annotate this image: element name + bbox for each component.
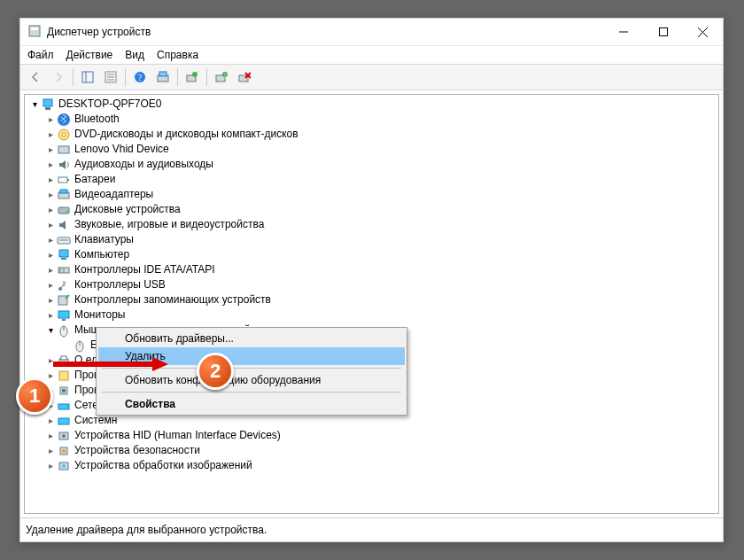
- svg-rect-15: [159, 72, 167, 76]
- expand-arrow-icon[interactable]: ▸: [44, 443, 57, 458]
- expand-arrow-icon[interactable]: ▸: [44, 127, 57, 142]
- tree-item-10[interactable]: ▸Контроллеры IDE ATA/ATAPI: [25, 262, 718, 277]
- context-menu-item-0[interactable]: Обновить драйверы...: [98, 330, 405, 347]
- toolbar-properties-button[interactable]: [99, 66, 122, 88]
- toolbar: ? ↑: [20, 64, 723, 90]
- mouse-icon: [57, 323, 71, 338]
- svg-point-60: [62, 434, 66, 438]
- expand-arrow-icon[interactable]: ▸: [44, 202, 57, 217]
- expand-arrow-icon[interactable]: ▸: [44, 307, 57, 323]
- bt-icon: [57, 113, 71, 127]
- svg-point-62: [62, 449, 66, 453]
- menu-action[interactable]: Действие: [66, 49, 113, 61]
- tree-item-label: Видеоадаптеры: [74, 187, 153, 202]
- tree-item-4[interactable]: ▸Батареи: [25, 172, 718, 187]
- svg-rect-0: [29, 26, 40, 36]
- tree-item-label: Звуковые, игровые и видеоустройства: [74, 217, 264, 232]
- sys-icon: [57, 414, 71, 428]
- expand-arrow-icon[interactable]: ▾: [28, 97, 41, 112]
- menu-help[interactable]: Справка: [157, 49, 198, 61]
- disk-icon: [57, 203, 71, 217]
- toolbar-update-button[interactable]: [181, 66, 204, 88]
- svg-rect-31: [67, 179, 69, 181]
- expand-arrow-icon[interactable]: ▸: [44, 142, 57, 157]
- tree-item-22[interactable]: ▸Устройства обработки изображений: [25, 458, 718, 473]
- maximize-button[interactable]: [643, 19, 683, 45]
- expand-arrow-icon[interactable]: ▸: [44, 157, 57, 172]
- toolbar-uninstall-button[interactable]: ↑: [210, 66, 233, 88]
- tree-item-21[interactable]: ▸Устройства безопасности: [25, 443, 718, 458]
- expand-arrow-icon[interactable]: ▸: [44, 383, 57, 398]
- status-bar: Удаление драйвера для выбранного устройс…: [20, 517, 723, 541]
- tree-item-1[interactable]: ▸DVD-дисководы и дисководы компакт-диско…: [25, 127, 718, 142]
- expand-arrow-icon[interactable]: ▸: [44, 187, 57, 202]
- expand-arrow-icon[interactable]: ▸: [44, 368, 57, 383]
- expand-arrow-icon[interactable]: ▸: [44, 413, 57, 428]
- gpu-icon: [57, 188, 71, 202]
- tree-item-label: Дисковые устройства: [74, 202, 181, 217]
- menubar: Файл Действие Вид Справка: [20, 45, 723, 64]
- menu-view[interactable]: Вид: [125, 49, 144, 61]
- expand-arrow-icon[interactable]: ▸: [44, 112, 57, 127]
- expand-arrow-icon[interactable]: ▸: [44, 458, 57, 473]
- tree-item-3[interactable]: ▸Аудиовходы и аудиовыходы: [25, 157, 718, 172]
- toolbar-back-button[interactable]: [24, 66, 47, 88]
- context-menu-item-5[interactable]: Свойства: [98, 395, 405, 413]
- tree-item-0[interactable]: ▸Bluetooth: [25, 112, 718, 127]
- bat-icon: [57, 173, 71, 187]
- expand-arrow-icon[interactable]: ▾: [44, 323, 57, 338]
- expand-arrow-icon[interactable]: ▸: [44, 277, 57, 292]
- tree-root[interactable]: ▾DESKTOP-QPF7OE0: [25, 97, 718, 112]
- expand-arrow-icon[interactable]: ▸: [44, 398, 57, 413]
- tree-item-label: DESKTOP-QPF7OE0: [58, 97, 161, 112]
- svg-rect-38: [59, 250, 68, 257]
- tree-item-11[interactable]: ▸Контроллеры USB: [25, 277, 718, 292]
- ide-icon: [57, 263, 71, 277]
- mouse-icon: [73, 338, 87, 353]
- tree-item-2[interactable]: ▸Lenovo Vhid Device: [25, 142, 718, 157]
- expand-arrow-icon[interactable]: ▸: [44, 232, 57, 247]
- stor-icon: [57, 293, 71, 307]
- context-menu-separator: [102, 368, 401, 369]
- expand-arrow-icon[interactable]: ▸: [44, 262, 57, 277]
- svg-rect-55: [62, 389, 66, 393]
- svg-point-57: [66, 406, 68, 408]
- tree-item-20[interactable]: ▸Устройства HID (Human Interface Devices…: [25, 428, 718, 443]
- net-icon: [57, 399, 71, 413]
- tree-item-8[interactable]: ▸Клавиатуры: [25, 232, 718, 247]
- expand-arrow-icon[interactable]: ▸: [44, 292, 57, 307]
- toolbar-showhide-button[interactable]: [76, 66, 99, 88]
- toolbar-scan-button[interactable]: [151, 66, 174, 88]
- svg-text:?: ?: [138, 73, 143, 82]
- context-menu-item-3[interactable]: Обновить конфигурацию оборудования: [98, 371, 405, 389]
- svg-point-64: [62, 464, 66, 468]
- context-menu-item-1[interactable]: Удалить: [98, 347, 405, 365]
- expand-arrow-icon[interactable]: ▸: [44, 353, 57, 368]
- toolbar-help-button[interactable]: ?: [128, 66, 151, 88]
- sw-icon: [57, 369, 71, 383]
- toolbar-forward-button[interactable]: [47, 66, 70, 88]
- tree-item-label: Батареи: [74, 172, 115, 187]
- expand-arrow-icon[interactable]: ▸: [44, 217, 57, 232]
- tree-item-6[interactable]: ▸Дисковые устройства: [25, 202, 718, 217]
- minimize-button[interactable]: [603, 19, 643, 45]
- expand-arrow-icon[interactable]: ▸: [44, 247, 57, 262]
- tree-item-9[interactable]: ▸Компьютер: [25, 247, 718, 262]
- device-tree[interactable]: ▾DESKTOP-QPF7OE0▸Bluetooth▸DVD-дисководы…: [24, 94, 719, 514]
- tree-item-13[interactable]: ▸Мониторы: [25, 307, 718, 323]
- mon-icon: [57, 308, 71, 323]
- expand-arrow-icon[interactable]: ▸: [44, 428, 57, 443]
- tree-item-5[interactable]: ▸Видеоадаптеры: [25, 187, 718, 202]
- hid-icon: [57, 429, 71, 443]
- toolbar-disable-button[interactable]: [233, 66, 256, 88]
- tree-item-7[interactable]: ▸Звуковые, игровые и видеоустройства: [25, 217, 718, 232]
- tree-item-12[interactable]: ▸Контроллеры запоминающих устройств: [25, 292, 718, 307]
- tree-item-label: Контроллеры USB: [74, 277, 166, 292]
- close-button[interactable]: [683, 19, 723, 45]
- menu-file[interactable]: Файл: [27, 49, 54, 61]
- svg-rect-33: [60, 190, 67, 193]
- img-icon: [57, 459, 71, 473]
- expand-arrow-icon[interactable]: ▸: [44, 172, 57, 187]
- svg-rect-29: [58, 146, 69, 153]
- svg-rect-39: [61, 258, 66, 260]
